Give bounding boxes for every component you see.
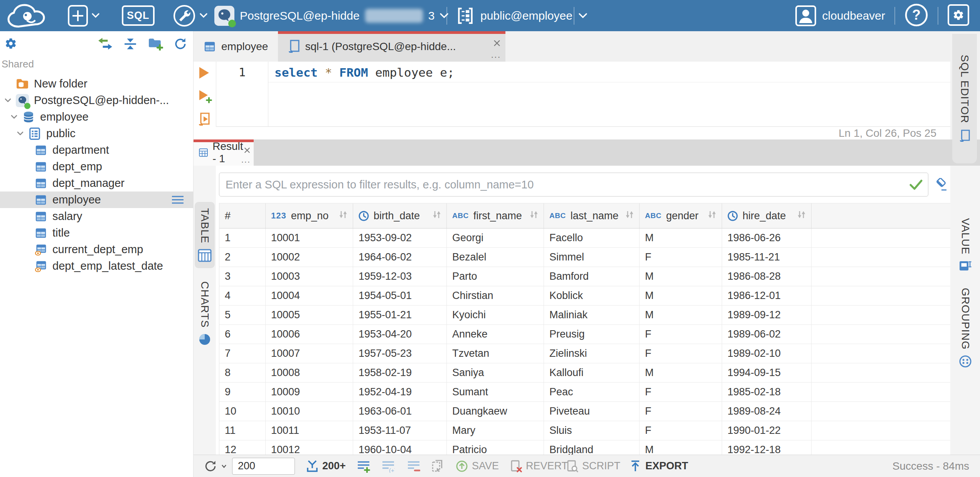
tab-overflow-icon[interactable]: ... xyxy=(241,155,251,165)
grid-cell[interactable]: 1960-10-04 xyxy=(353,440,447,455)
sort-icon[interactable] xyxy=(707,210,717,222)
sort-icon[interactable] xyxy=(432,210,442,222)
sort-icon[interactable] xyxy=(796,210,807,222)
chevron-down-icon[interactable] xyxy=(3,98,12,102)
tree-item-dept-emp[interactable]: dept_emp xyxy=(0,158,193,175)
grid-cell[interactable]: F xyxy=(640,383,722,401)
grid-cell[interactable]: Simmel xyxy=(544,248,640,267)
row-number-cell[interactable]: 3 xyxy=(219,267,266,286)
tree-item-postgresql-ep-hidden[interactable]: PostgreSQL@ep-hidden-... xyxy=(0,92,193,109)
grid-cell[interactable]: 1990-01-22 xyxy=(722,421,812,440)
grid-cell[interactable]: 1958-02-19 xyxy=(353,363,447,382)
apply-filter-icon[interactable] xyxy=(909,180,923,191)
cloudbeaver-logo[interactable] xyxy=(5,0,54,31)
sync-with-editor-button[interactable] xyxy=(98,37,113,52)
user-menu[interactable]: cloudbeaver xyxy=(795,5,885,26)
grid-cell[interactable]: F xyxy=(640,402,722,421)
grid-cell[interactable]: M xyxy=(640,286,722,305)
row-limit-input[interactable] xyxy=(232,458,295,475)
grid-cell[interactable]: F xyxy=(640,248,722,267)
row-number-cell[interactable]: 9 xyxy=(219,383,266,401)
grid-cell[interactable]: Piveteau xyxy=(544,402,640,421)
driver-manager-button[interactable] xyxy=(173,0,207,31)
tree-item-current-dept-emp[interactable]: current_dept_emp xyxy=(0,241,193,258)
grid-cell[interactable]: 1953-04-20 xyxy=(353,325,447,344)
tab-overflow-icon[interactable]: ... xyxy=(491,49,501,60)
delete-row-button[interactable] xyxy=(407,455,420,477)
grid-cell[interactable]: Anneke xyxy=(447,325,544,344)
tree-item-dept-manager[interactable]: dept_manager xyxy=(0,175,193,191)
execute-new-tab-button[interactable] xyxy=(198,89,212,105)
grid-cell[interactable]: 10012 xyxy=(266,440,353,455)
tree-item-title[interactable]: title xyxy=(0,225,193,241)
tab-value-panel[interactable]: VALUE xyxy=(953,212,978,278)
row-number-cell[interactable]: 1 xyxy=(219,228,266,247)
grid-cell[interactable]: 1986-12-01 xyxy=(722,286,812,305)
column-header-emp_no[interactable]: 123emp_no xyxy=(266,203,353,228)
grid-cell[interactable]: Chirstian xyxy=(447,286,544,305)
column-header-gender[interactable]: ABCgender xyxy=(640,203,722,228)
save-button[interactable]: SAVE xyxy=(456,455,499,477)
grid-cell[interactable]: Bezalel xyxy=(447,248,544,267)
column-header-index[interactable]: # xyxy=(219,203,266,228)
grid-cell[interactable]: Peac xyxy=(544,383,640,401)
tab-sql-editor-rail[interactable]: SQL EDITOR xyxy=(952,34,977,163)
grid-cell[interactable]: Kalloufi xyxy=(544,363,640,382)
grid-cell[interactable]: 1985-11-21 xyxy=(722,248,812,267)
grid-cell[interactable]: Kyoichi xyxy=(447,306,544,324)
grid-cell[interactable]: 1963-06-01 xyxy=(353,402,447,421)
row-number-cell[interactable]: 5 xyxy=(219,306,266,324)
grid-cell[interactable]: 10008 xyxy=(266,363,353,382)
grid-cell[interactable]: Koblick xyxy=(544,286,640,305)
filter-input[interactable] xyxy=(219,173,928,197)
grid-cell[interactable]: 1989-08-24 xyxy=(722,402,812,421)
grid-cell[interactable]: 10010 xyxy=(266,402,353,421)
grid-cell[interactable]: 10009 xyxy=(266,383,353,401)
tree-item-public[interactable]: public xyxy=(0,125,193,142)
tree-item-salary[interactable]: salary xyxy=(0,208,193,225)
sort-icon[interactable] xyxy=(338,210,348,222)
grid-cell[interactable]: Sumant xyxy=(447,383,544,401)
grid-cell[interactable]: F xyxy=(640,344,722,363)
code-area[interactable]: select * FROM employee e; xyxy=(268,62,950,126)
grid-cell[interactable]: Sluis xyxy=(544,421,640,440)
grid-cell[interactable]: 1992-12-18 xyxy=(722,440,812,455)
grid-cell[interactable]: Bamford xyxy=(544,267,640,286)
grid-cell[interactable]: 1953-09-02 xyxy=(353,228,447,247)
grid-cell[interactable]: 10002 xyxy=(266,248,353,267)
fetch-more-button[interactable]: 200+ xyxy=(306,455,346,477)
row-number-cell[interactable]: 10 xyxy=(219,402,266,421)
duplicate-row-button[interactable]: (+) xyxy=(382,455,395,477)
grid-cell[interactable]: Patricio xyxy=(447,440,544,455)
grid-cell[interactable]: Mary xyxy=(447,421,544,440)
tree-item-dept-emp-latest-date[interactable]: dept_emp_latest_date xyxy=(0,258,193,274)
sort-icon[interactable] xyxy=(529,210,539,222)
grid-cell[interactable]: 1953-11-07 xyxy=(353,421,447,440)
sort-icon[interactable] xyxy=(625,210,635,222)
tree-item-employee[interactable]: employee xyxy=(0,109,193,125)
tab-table-presentation[interactable]: TABLE xyxy=(195,202,215,268)
refresh-result-button[interactable] xyxy=(204,455,227,477)
column-header-last_name[interactable]: ABClast_name xyxy=(544,203,640,228)
grid-cell[interactable]: 10004 xyxy=(266,286,353,305)
export-button[interactable]: EXPORT xyxy=(629,455,688,477)
collapse-all-button[interactable] xyxy=(124,38,137,52)
grid-cell[interactable]: 10005 xyxy=(266,306,353,324)
apply-changes-button[interactable] xyxy=(431,455,443,477)
grid-cell[interactable]: 1985-02-18 xyxy=(722,383,812,401)
row-number-cell[interactable]: 4 xyxy=(219,286,266,305)
tab-charts-presentation[interactable]: CHARTS xyxy=(195,275,215,353)
row-number-cell[interactable]: 7 xyxy=(219,344,266,363)
chevron-down-icon[interactable] xyxy=(15,131,25,136)
row-number-cell[interactable]: 6 xyxy=(219,325,266,344)
revert-button[interactable]: REVERT xyxy=(510,455,568,477)
grid-cell[interactable]: Preusig xyxy=(544,325,640,344)
grid-cell[interactable]: 1989-02-10 xyxy=(722,344,812,363)
tab-grouping-panel[interactable]: GROUPING xyxy=(953,282,978,374)
item-menu-icon[interactable] xyxy=(172,195,184,206)
grid-cell[interactable]: 1964-06-02 xyxy=(353,248,447,267)
grid-cell[interactable]: Bridgland xyxy=(544,440,640,455)
execute-script-button[interactable] xyxy=(198,113,211,128)
sql-editor[interactable]: 1 select * FROM employee e; Ln 1, Col 26… xyxy=(194,62,950,139)
grid-cell[interactable]: 1986-06-26 xyxy=(722,228,812,247)
